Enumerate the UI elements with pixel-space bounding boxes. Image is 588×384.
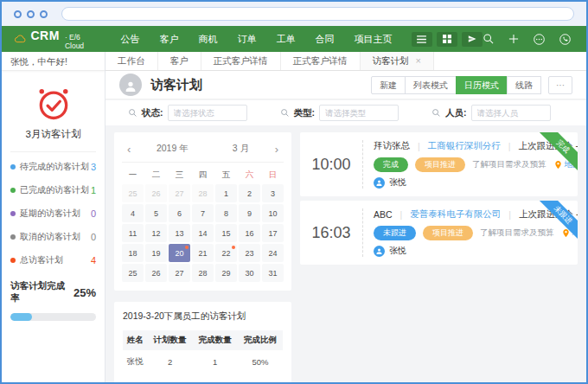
browser-chrome xyxy=(2,2,586,26)
sidebar-stat-item: 已完成的访客计划1 xyxy=(10,184,96,196)
calendar-year[interactable]: 2019 年 xyxy=(157,143,189,155)
company-link[interactable]: 工商银行深圳分行 xyxy=(428,140,501,152)
window-control-dot[interactable] xyxy=(14,10,22,18)
calendar-day[interactable]: 6 xyxy=(169,204,190,222)
send-icon[interactable] xyxy=(462,32,483,47)
calendar-day[interactable]: 16 xyxy=(239,224,260,242)
nav-item[interactable]: 客户 xyxy=(160,33,179,46)
visit-title: 拜访张总 xyxy=(374,140,410,152)
summary-table-title: 2019-3-20下属员工的访客计划 xyxy=(123,310,283,323)
calendar-day[interactable]: 25 xyxy=(122,264,144,282)
event-dot xyxy=(232,246,235,249)
tab[interactable]: 正式客户详情 xyxy=(281,52,361,70)
calendar-day[interactable]: 26 xyxy=(145,264,167,282)
view-mode-button[interactable]: 日历模式 xyxy=(456,76,508,94)
view-mode-button[interactable]: 新建 xyxy=(371,76,406,94)
calendar-day[interactable]: 8 xyxy=(215,204,237,222)
table-cell: 1 xyxy=(193,350,238,374)
window-control-dot[interactable] xyxy=(40,10,48,18)
progress-fill xyxy=(10,313,32,321)
calendar-day[interactable]: 13 xyxy=(169,224,190,242)
calendar-day[interactable]: 28 xyxy=(192,184,214,202)
calendar-day[interactable]: 18 xyxy=(122,244,144,262)
nav-item[interactable]: 公告 xyxy=(121,33,140,46)
completion-rate-label: 访客计划完成率 xyxy=(10,280,74,304)
company-link[interactable]: 爱普泰科电子有限公司 xyxy=(410,208,501,221)
view-mode-button[interactable]: 线路 xyxy=(507,76,541,94)
nav-item[interactable]: 合同 xyxy=(316,33,335,46)
calendar-day[interactable]: 21 xyxy=(192,244,214,262)
nav-item[interactable]: 项目主页 xyxy=(355,33,393,46)
sidebar: 张悦，中午好! 3月访客计划 待完成的访客计划3已完成的访客计划1延期的访客计划… xyxy=(2,52,105,382)
calendar-day[interactable]: 14 xyxy=(192,224,214,242)
window-control-dot[interactable] xyxy=(27,10,35,18)
weekday-label: 一 xyxy=(122,170,144,181)
tab[interactable]: 客户 xyxy=(158,52,201,70)
nav-item[interactable]: 工单 xyxy=(277,33,296,46)
calendar-day[interactable]: 4 xyxy=(122,204,144,222)
more-circle-icon[interactable] xyxy=(533,33,546,46)
person-avatar xyxy=(374,177,385,189)
tab-label: 正式客户详情 xyxy=(293,52,348,70)
status-tag: 未跟进 xyxy=(374,226,416,240)
view-mode-button[interactable]: 列表模式 xyxy=(405,76,457,94)
calendar-day[interactable]: 1 xyxy=(215,184,237,202)
tab[interactable]: 正式客户详情 xyxy=(201,52,281,70)
nav-item[interactable]: 订单 xyxy=(238,33,257,46)
calendar-day[interactable]: 19 xyxy=(145,244,167,262)
calendar-day[interactable]: 12 xyxy=(145,224,167,242)
close-icon[interactable]: × xyxy=(416,52,421,70)
calendar-day[interactable]: 31 xyxy=(262,264,284,282)
calendar-next-icon[interactable]: › xyxy=(272,144,282,155)
calendar-weekdays: 一二三四五六日 xyxy=(122,163,284,184)
visit-time: 10:00 xyxy=(300,132,362,196)
search-icon[interactable] xyxy=(483,33,495,45)
tab[interactable]: 访客计划× xyxy=(361,52,434,70)
calendar-day[interactable]: 26 xyxy=(145,184,167,202)
calendar-day[interactable]: 28 xyxy=(192,264,214,282)
nav-item[interactable]: 商机 xyxy=(199,33,218,46)
stat-value: 4 xyxy=(91,255,96,266)
calendar-prev-icon[interactable]: ‹ xyxy=(124,144,134,155)
calendar-day[interactable]: 24 xyxy=(262,244,284,262)
calendar-day[interactable]: 29 xyxy=(215,264,237,282)
calendar-day[interactable]: 30 xyxy=(239,264,260,282)
calendar-day[interactable]: 23 xyxy=(239,244,260,262)
weekday-label: 五 xyxy=(215,170,237,181)
calendar-day[interactable]: 17 xyxy=(262,224,284,242)
calendar-day[interactable]: 3 xyxy=(262,184,284,202)
calendar-day[interactable]: 7 xyxy=(192,204,214,222)
calendar-day[interactable]: 2 xyxy=(239,184,260,202)
calendar-day[interactable]: 22 xyxy=(215,244,237,262)
filter-label: 类型: xyxy=(294,107,316,119)
completion-rate-value: 25% xyxy=(74,286,96,299)
type-tag: 项目推进 xyxy=(415,157,465,172)
address-bar[interactable] xyxy=(61,7,574,21)
filter-select-input[interactable] xyxy=(168,105,247,121)
visit-plan-card: 10:00 拜访张总 | 工商银行深圳分行 | 上次跟进距今 - 100天 完成… xyxy=(300,132,578,196)
weekday-label: 二 xyxy=(145,170,167,181)
visit-note: 了解项目需求及预算 xyxy=(480,227,554,239)
phone-icon[interactable] xyxy=(559,33,572,46)
calendar-day[interactable]: 5 xyxy=(145,204,167,222)
tab[interactable]: 工作台 xyxy=(105,52,158,70)
calendar-day[interactable]: 11 xyxy=(122,224,144,242)
calendar-day[interactable]: 20 xyxy=(169,244,190,262)
filter-select-input[interactable] xyxy=(471,105,551,121)
calendar-day[interactable]: 9 xyxy=(239,204,260,222)
menu-icon[interactable] xyxy=(412,32,432,47)
filter-select-input[interactable] xyxy=(319,105,399,121)
calendar-day[interactable]: 25 xyxy=(122,184,144,202)
calendar-month[interactable]: 3 月 xyxy=(233,143,249,155)
more-options-button[interactable]: ··· xyxy=(548,76,572,94)
search-icon xyxy=(431,108,441,118)
sidebar-stat-item: 总访客计划4 xyxy=(10,254,96,266)
power-icon[interactable] xyxy=(585,33,588,45)
add-icon[interactable] xyxy=(508,33,520,45)
calendar-day[interactable]: 15 xyxy=(215,224,237,242)
calendar-day[interactable]: 27 xyxy=(169,184,190,202)
calendar-day[interactable]: 27 xyxy=(169,264,190,282)
nav-menu: 公告客户商机订单工单合同项目主页 xyxy=(121,33,393,46)
calendar-day[interactable]: 10 xyxy=(262,204,284,222)
grid-icon[interactable] xyxy=(437,32,457,47)
